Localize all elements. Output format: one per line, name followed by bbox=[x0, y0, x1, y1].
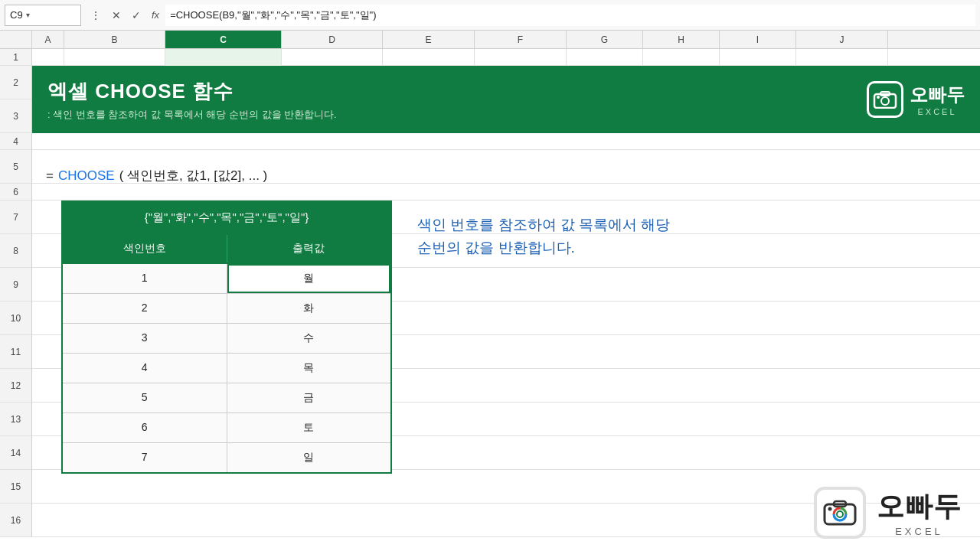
col-header-b[interactable]: B bbox=[64, 31, 165, 48]
formula-equals: = bbox=[46, 168, 54, 184]
col-header-h[interactable]: H bbox=[643, 31, 720, 48]
cell-reference-text: C9 bbox=[10, 9, 23, 21]
table-cell-index-4: 5 bbox=[63, 383, 227, 412]
svg-point-8 bbox=[828, 507, 832, 511]
row-num-11: 11 bbox=[0, 335, 32, 369]
formula-bar-icons: ⋮ ✕ ✓ fx bbox=[87, 8, 162, 23]
col-header-a[interactable]: A bbox=[32, 31, 64, 48]
table-cell-value-1: 화 bbox=[227, 294, 391, 323]
table-cell-index-0: 1 bbox=[63, 264, 227, 293]
col-header-index: 색인번호 bbox=[63, 235, 227, 262]
bottom-logo: 오빠두 EXCEL bbox=[814, 487, 962, 539]
cancel-formula-icon[interactable]: ✕ bbox=[109, 8, 124, 23]
banner: 엑셀 CHOOSE 함수 : 색인 번호를 참조하여 값 목록에서 해당 순번의… bbox=[32, 66, 980, 133]
banner-logo: 오빠두 EXCEL bbox=[867, 81, 965, 118]
row-num-13: 13 bbox=[0, 403, 32, 436]
table-row[interactable]: 4 목 bbox=[63, 354, 390, 383]
bottom-camera-icon bbox=[823, 500, 857, 526]
camera-icon bbox=[873, 90, 897, 109]
table-cell-value-2: 수 bbox=[227, 324, 391, 353]
col-header-value: 출력값 bbox=[227, 235, 391, 262]
table-cell-value-4: 금 bbox=[227, 383, 391, 412]
fx-icon[interactable]: fx bbox=[149, 9, 162, 21]
table-row[interactable]: 5 금 bbox=[63, 383, 390, 413]
col-header-j[interactable]: J bbox=[796, 31, 888, 48]
row-num-4: 4 bbox=[0, 133, 32, 150]
logo-text-group: 오빠두 EXCEL bbox=[910, 83, 965, 116]
more-options-icon[interactable]: ⋮ bbox=[87, 8, 104, 23]
table-body: 1 월 2 화 3 수 4 목 5 금 6 토 bbox=[61, 264, 392, 474]
col-header-d[interactable]: D bbox=[282, 31, 383, 48]
row-num-2: 2 bbox=[0, 66, 32, 99]
col-header-e[interactable]: E bbox=[383, 31, 475, 48]
table-cell-index-1: 2 bbox=[63, 294, 227, 323]
table-cell-value-5: 토 bbox=[227, 413, 391, 442]
row-num-14: 14 bbox=[0, 436, 32, 470]
description-area: 색인 번호를 참조하여 값 목록에서 해당 순번의 값을 반환합니다. bbox=[417, 214, 708, 260]
banner-subtitle: : 색인 번호를 참조하여 값 목록에서 해당 순번의 값을 반환합니다. bbox=[47, 108, 980, 122]
data-table: {"월","화","수","목","금","토","일"} 색인번호 출력값 1… bbox=[61, 201, 392, 474]
row-numbers: 1 2 3 4 5 6 7 8 9 10 11 12 13 14 15 16 bbox=[0, 49, 32, 537]
formula-syntax: = CHOOSE ( 색인번호, 값1, [값2], ... ) bbox=[46, 167, 267, 184]
formula-bar: C9 ▾ ⋮ ✕ ✓ fx bbox=[0, 0, 980, 31]
row-num-8: 8 bbox=[0, 234, 32, 268]
svg-point-6 bbox=[837, 511, 843, 517]
header-spacer bbox=[0, 31, 32, 48]
table-cell-value-0: 월 bbox=[227, 264, 391, 293]
row-num-10: 10 bbox=[0, 302, 32, 335]
logo-sub-text: EXCEL bbox=[910, 107, 965, 116]
bottom-brand-sub: EXCEL bbox=[877, 526, 962, 537]
table-top-header: {"월","화","수","목","금","토","일"} bbox=[61, 201, 392, 235]
table-row[interactable]: 3 수 bbox=[63, 324, 390, 354]
table-cell-value-6: 일 bbox=[227, 443, 391, 472]
bottom-brand-name: 오빠두 bbox=[877, 488, 962, 526]
table-row[interactable]: 2 화 bbox=[63, 294, 390, 324]
table-cell-value-3: 목 bbox=[227, 354, 391, 383]
formula-args: ( 색인번호, 값1, [값2], ... ) bbox=[119, 167, 268, 184]
row-num-15: 15 bbox=[0, 470, 32, 504]
col-header-i[interactable]: I bbox=[720, 31, 796, 48]
column-headers: A B C D E F G H I J bbox=[0, 31, 980, 49]
row-num-16: 16 bbox=[0, 504, 32, 537]
col-header-g[interactable]: G bbox=[567, 31, 643, 48]
table-row[interactable]: 6 토 bbox=[63, 413, 390, 443]
grid-row-4 bbox=[0, 133, 980, 150]
svg-point-3 bbox=[877, 96, 880, 99]
description-line1: 색인 번호를 참조하여 값 목록에서 해당 bbox=[417, 214, 708, 236]
row-num-7: 7 bbox=[0, 201, 32, 234]
cell-reference-box[interactable]: C9 ▾ bbox=[5, 5, 81, 26]
bottom-logo-icon-box bbox=[814, 487, 866, 539]
table-cell-index-2: 3 bbox=[63, 324, 227, 353]
confirm-formula-icon[interactable]: ✓ bbox=[129, 8, 144, 23]
table-row[interactable]: 1 월 bbox=[63, 264, 390, 294]
grid-row-6 bbox=[0, 184, 980, 201]
banner-title: 엑셀 CHOOSE 함수 bbox=[47, 78, 980, 105]
table-cell-index-5: 6 bbox=[63, 413, 227, 442]
table-column-headers: 색인번호 출력값 bbox=[61, 235, 392, 264]
row-num-6: 6 bbox=[0, 184, 32, 201]
col-header-c[interactable]: C bbox=[165, 31, 282, 48]
table-cell-index-6: 7 bbox=[63, 443, 227, 472]
grid-row-1: 1 bbox=[0, 49, 980, 66]
svg-point-1 bbox=[881, 97, 889, 105]
table-cell-index-3: 4 bbox=[63, 354, 227, 383]
description-line2: 순번의 값을 반환합니다. bbox=[417, 236, 708, 259]
formula-input[interactable] bbox=[165, 5, 975, 26]
bottom-logo-text-group: 오빠두 EXCEL bbox=[877, 488, 962, 537]
formula-name: CHOOSE bbox=[58, 168, 115, 184]
row-num-9: 9 bbox=[0, 268, 32, 302]
row-num-5: 5 bbox=[0, 150, 32, 184]
chevron-down-icon[interactable]: ▾ bbox=[26, 11, 30, 19]
logo-icon bbox=[867, 81, 903, 118]
row-num-1: 1 bbox=[0, 49, 32, 66]
row-num-12: 12 bbox=[0, 369, 32, 403]
logo-brand-name: 오빠두 bbox=[910, 83, 965, 107]
col-header-f[interactable]: F bbox=[475, 31, 567, 48]
row-num-3: 3 bbox=[0, 99, 32, 133]
table-row[interactable]: 7 일 bbox=[63, 443, 390, 472]
